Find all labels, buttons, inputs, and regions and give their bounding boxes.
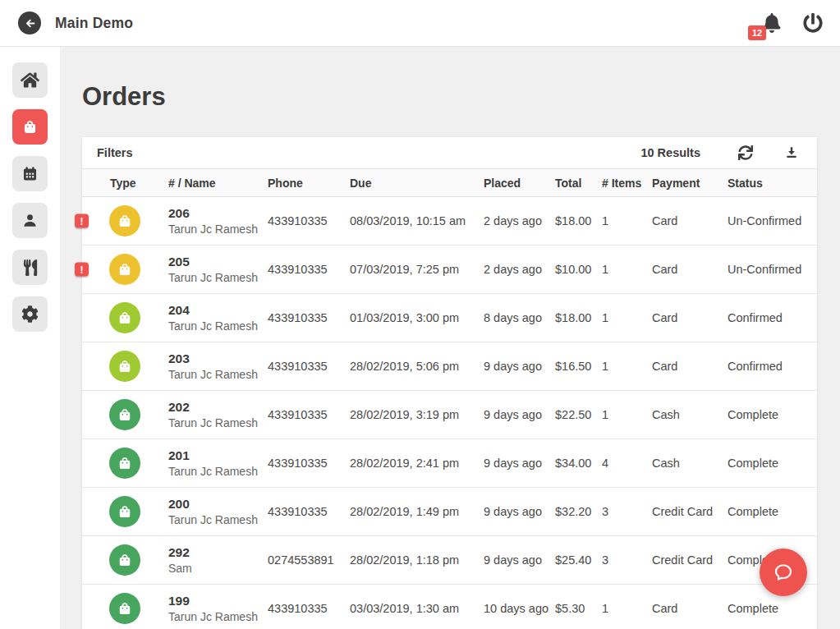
home-icon bbox=[21, 71, 39, 90]
order-customer-name: Tarun Jc Ramesh bbox=[168, 222, 268, 237]
chat-launcher-button[interactable] bbox=[760, 549, 807, 596]
order-status: Un-Confirmed bbox=[728, 263, 817, 276]
order-number-name-cell: 204 Tarun Jc Ramesh bbox=[168, 302, 268, 334]
order-row[interactable]: ! 202 Tarun Jc Ramesh 433910335 28/02/20… bbox=[82, 391, 817, 439]
order-type-cell: ! bbox=[82, 294, 168, 342]
order-placed: 8 days ago bbox=[484, 311, 555, 324]
column-header: Payment bbox=[652, 177, 728, 190]
order-due: 28/02/2019, 1:49 pm bbox=[350, 505, 484, 518]
order-total: $18.00 bbox=[555, 214, 602, 227]
order-items-count: 1 bbox=[602, 602, 652, 615]
order-row[interactable]: ! 206 Tarun Jc Ramesh 433910335 08/03/20… bbox=[82, 197, 817, 246]
order-customer-name: Tarun Jc Ramesh bbox=[168, 367, 268, 383]
calendar-icon bbox=[21, 165, 39, 182]
alert-icon: ! bbox=[75, 263, 89, 277]
order-number-name-cell: 206 Tarun Jc Ramesh bbox=[168, 205, 268, 237]
order-total: $16.50 bbox=[555, 360, 602, 373]
order-due: 28/02/2019, 5:06 pm bbox=[350, 360, 484, 373]
order-type-cell: ! bbox=[82, 197, 168, 245]
download-button[interactable] bbox=[781, 142, 802, 163]
order-phone: 433910335 bbox=[268, 263, 350, 276]
back-button[interactable] bbox=[18, 11, 41, 34]
order-type-cell: ! bbox=[82, 488, 168, 535]
order-row[interactable]: ! 205 Tarun Jc Ramesh 433910335 07/03/20… bbox=[82, 246, 817, 294]
sidebar-item-menu[interactable] bbox=[12, 250, 48, 285]
order-due: 03/03/2019, 1:30 am bbox=[350, 602, 484, 615]
refresh-icon bbox=[738, 145, 753, 160]
order-row[interactable]: ! 292 Sam 0274553891 28/02/2019, 1:18 pm… bbox=[82, 536, 817, 585]
order-payment: Credit Card bbox=[652, 553, 728, 567]
order-status: Complete bbox=[728, 457, 817, 470]
order-placed: 9 days ago bbox=[484, 553, 555, 567]
order-items-count: 1 bbox=[602, 360, 652, 373]
order-payment: Cash bbox=[652, 408, 728, 421]
order-type-cell: ! bbox=[82, 439, 168, 487]
order-row[interactable]: ! 200 Tarun Jc Ramesh 433910335 28/02/20… bbox=[82, 488, 817, 536]
order-status: Un-Confirmed bbox=[728, 214, 817, 227]
order-placed: 10 days ago bbox=[484, 602, 555, 615]
person-icon bbox=[21, 212, 39, 229]
sidebar-item-home[interactable] bbox=[12, 62, 48, 98]
order-number: 199 bbox=[168, 593, 268, 609]
order-type-bag-icon bbox=[109, 399, 140, 430]
order-customer-name: Tarun Jc Ramesh bbox=[168, 416, 268, 431]
order-number-name-cell: 292 Sam bbox=[168, 544, 268, 576]
sidebar-item-customers[interactable] bbox=[12, 203, 48, 238]
order-payment: Card bbox=[652, 214, 728, 227]
order-customer-name: Tarun Jc Ramesh bbox=[168, 319, 268, 334]
order-placed: 2 days ago bbox=[484, 214, 555, 227]
order-items-count: 1 bbox=[602, 311, 652, 324]
orders-table-body: ! 206 Tarun Jc Ramesh 433910335 08/03/20… bbox=[82, 197, 817, 629]
order-number-name-cell: 201 Tarun Jc Ramesh bbox=[168, 448, 268, 480]
order-number: 292 bbox=[168, 544, 268, 561]
order-number-name-cell: 199 Tarun Jc Ramesh bbox=[168, 593, 268, 625]
column-header: Total bbox=[555, 177, 602, 190]
order-phone: 433910335 bbox=[268, 311, 350, 324]
order-payment: Cash bbox=[652, 457, 728, 470]
order-type-bag-icon bbox=[109, 351, 140, 382]
notifications-button[interactable]: 12 bbox=[759, 10, 785, 36]
order-number: 205 bbox=[168, 254, 268, 270]
order-row[interactable]: ! 199 Tarun Jc Ramesh 433910335 03/03/20… bbox=[82, 585, 817, 629]
order-phone: 433910335 bbox=[268, 457, 350, 470]
order-customer-name: Tarun Jc Ramesh bbox=[168, 270, 268, 286]
download-icon bbox=[784, 145, 799, 160]
order-status: Confirmed bbox=[728, 311, 817, 324]
order-phone: 433910335 bbox=[268, 505, 350, 518]
filters-label[interactable]: Filters bbox=[97, 146, 133, 159]
logout-button[interactable] bbox=[800, 10, 826, 36]
order-row[interactable]: ! 203 Tarun Jc Ramesh 433910335 28/02/20… bbox=[82, 342, 817, 391]
order-payment: Credit Card bbox=[652, 505, 728, 518]
order-row[interactable]: ! 201 Tarun Jc Ramesh 433910335 28/02/20… bbox=[82, 439, 817, 488]
order-total: $10.00 bbox=[555, 263, 602, 276]
page-title: Orders bbox=[82, 81, 840, 112]
topbar: Main Demo 12 bbox=[0, 0, 840, 47]
order-payment: Card bbox=[652, 311, 728, 324]
order-type-cell: ! bbox=[82, 536, 168, 584]
order-placed: 2 days ago bbox=[484, 263, 555, 276]
app-title: Main Demo bbox=[55, 15, 133, 32]
order-type-bag-icon bbox=[109, 205, 140, 236]
sidebar-item-orders[interactable] bbox=[12, 109, 48, 145]
sidebar-item-calendar[interactable] bbox=[12, 156, 48, 191]
refresh-button[interactable] bbox=[735, 142, 756, 163]
order-phone: 433910335 bbox=[268, 214, 350, 227]
order-items-count: 3 bbox=[602, 505, 652, 518]
order-placed: 9 days ago bbox=[484, 457, 555, 470]
order-items-count: 1 bbox=[602, 408, 652, 421]
order-row[interactable]: ! 204 Tarun Jc Ramesh 433910335 01/03/20… bbox=[82, 294, 817, 342]
order-total: $32.20 bbox=[555, 505, 602, 518]
order-type-bag-icon bbox=[109, 448, 140, 479]
order-number: 206 bbox=[168, 205, 268, 222]
order-type-bag-icon bbox=[109, 544, 140, 576]
order-payment: Card bbox=[652, 602, 728, 615]
order-phone: 433910335 bbox=[268, 602, 350, 615]
results-count: 10 Results bbox=[640, 146, 700, 159]
order-type-cell: ! bbox=[82, 246, 168, 293]
order-status: Complete bbox=[728, 602, 817, 615]
order-number: 200 bbox=[168, 496, 268, 512]
order-customer-name: Tarun Jc Ramesh bbox=[168, 512, 268, 528]
back-arrow-icon bbox=[23, 16, 37, 30]
order-due: 28/02/2019, 1:18 pm bbox=[350, 553, 484, 567]
sidebar-item-settings[interactable] bbox=[12, 296, 48, 332]
